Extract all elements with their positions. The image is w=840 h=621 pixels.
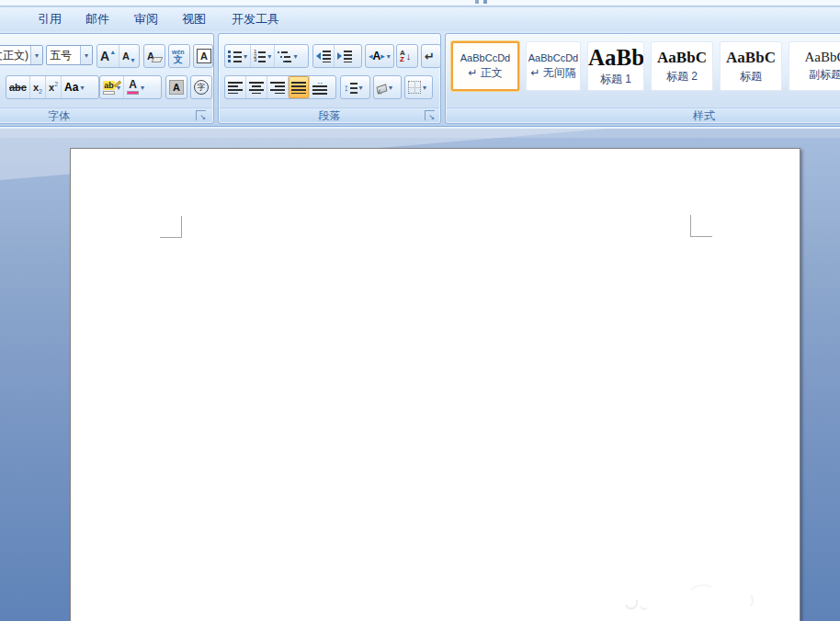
highlight-color-button[interactable]: ab ▾ bbox=[100, 76, 123, 98]
style-preview: AaBbC bbox=[657, 49, 707, 67]
decrease-indent-button[interactable] bbox=[313, 45, 334, 67]
strikethrough-icon: abc bbox=[9, 82, 27, 93]
increase-indent-button[interactable] bbox=[334, 45, 355, 67]
ribbon: 宋体 (中文正文) ▾ 五号 ▾ A▲ A▼ A bbox=[0, 31, 840, 127]
clear-formatting-button[interactable]: A bbox=[144, 45, 165, 67]
align-left-icon bbox=[228, 81, 243, 94]
align-center-button[interactable] bbox=[245, 76, 267, 98]
grow-font-icon: A bbox=[100, 50, 109, 62]
chevron-down-icon: ▾ bbox=[423, 84, 426, 92]
chevron-down-icon: ▾ bbox=[80, 84, 84, 92]
tab-view[interactable]: 视图 bbox=[182, 7, 206, 31]
shrink-arrow-icon: ▼ bbox=[130, 57, 136, 63]
style-card-subtitle[interactable]: AaBbC 副标题 bbox=[789, 41, 840, 91]
font-dialog-launcher[interactable]: ↘ bbox=[196, 110, 206, 120]
style-card-normal[interactable]: AaBbCcDd ↵ 正文 bbox=[451, 41, 519, 91]
styles-group: AaBbCcDd ↵ 正文 AaBbCcDd ↵ 无间隔 AaBb 标题 1 A… bbox=[445, 33, 840, 124]
paragraph-dialog-launcher[interactable]: ↘ bbox=[425, 110, 435, 120]
chevron-down-icon: ▾ bbox=[387, 52, 391, 61]
font-name-value: 宋体 (中文正文) bbox=[0, 46, 28, 64]
align-right-button[interactable] bbox=[267, 76, 288, 98]
tab-references[interactable]: 引用 bbox=[38, 7, 62, 31]
chevron-down-icon: ▾ bbox=[267, 52, 271, 61]
align-right-icon bbox=[270, 81, 285, 94]
style-card-no-spacing[interactable]: AaBbCcDd ↵ 无间隔 bbox=[526, 41, 581, 91]
align-left-button[interactable] bbox=[225, 76, 245, 98]
bullets-button[interactable]: ▾ bbox=[225, 45, 250, 67]
phonetic-guide-char: 文 bbox=[174, 56, 183, 63]
asian-layout-button[interactable]: ◂A▸▾ bbox=[366, 45, 393, 67]
bullets-icon bbox=[228, 51, 242, 62]
document-page[interactable] bbox=[70, 148, 800, 621]
asian-layout-icon: A bbox=[373, 50, 381, 62]
document-area bbox=[0, 129, 840, 621]
grow-font-button[interactable]: A▲ bbox=[97, 45, 119, 67]
line-spacing-button[interactable]: ↕▾ bbox=[341, 76, 366, 98]
character-shading-button[interactable]: A bbox=[166, 76, 187, 98]
font-color-button[interactable]: A ▾ bbox=[123, 76, 147, 98]
margin-mark-top-right bbox=[690, 215, 712, 237]
style-card-heading1[interactable]: AaBb 标题 1 bbox=[587, 41, 644, 91]
indent-lines-icon bbox=[344, 51, 352, 62]
tab-developer[interactable]: 开发工具 bbox=[232, 7, 279, 31]
style-preview: AaBbCcDd bbox=[528, 52, 578, 63]
font-group-label: 字体 bbox=[0, 107, 212, 122]
shrink-font-button[interactable]: A▼ bbox=[119, 45, 139, 67]
borders-button[interactable]: ▾ bbox=[405, 76, 429, 98]
style-name: 标题 bbox=[740, 69, 762, 85]
multilevel-list-button[interactable]: ▾ bbox=[274, 45, 300, 67]
numbering-icon: 1 2 3 bbox=[254, 50, 256, 62]
font-color-icon: A bbox=[129, 80, 137, 90]
character-shading-icon: A bbox=[169, 80, 184, 95]
style-card-heading2[interactable]: AaBbC 标题 2 bbox=[651, 41, 713, 91]
indent-lines-icon bbox=[323, 51, 331, 62]
font-size-combo[interactable]: 五号 ▾ bbox=[46, 45, 93, 65]
style-card-title[interactable]: AaBbC 标题 bbox=[720, 41, 782, 91]
decrease-indent-icon bbox=[316, 52, 321, 60]
style-gallery: AaBbCcDd ↵ 正文 AaBbCcDd ↵ 无间隔 AaBb 标题 1 A… bbox=[451, 41, 840, 91]
style-name: 标题 2 bbox=[666, 69, 698, 85]
show-marks-button[interactable]: ↵ bbox=[422, 45, 437, 67]
sort-arrow-icon: ↓ bbox=[406, 51, 412, 62]
superscript-digit: 2 bbox=[54, 81, 58, 87]
subscript-button[interactable]: x2 bbox=[29, 76, 45, 98]
style-name: 副标题 bbox=[809, 67, 840, 83]
chevron-down-icon[interactable]: ▾ bbox=[30, 46, 42, 64]
multilevel-list-icon bbox=[278, 51, 291, 62]
tab-mailings[interactable]: 邮件 bbox=[85, 7, 109, 31]
chevron-down-icon: ▾ bbox=[244, 52, 247, 61]
font-size-value: 五号 bbox=[50, 46, 72, 64]
distribute-button[interactable]: ↔ bbox=[309, 76, 330, 98]
enclose-characters-icon: 字 bbox=[194, 80, 209, 95]
chevron-down-icon: ▾ bbox=[141, 84, 144, 92]
chevron-down-icon: ▾ bbox=[359, 84, 363, 92]
titlebar-fragment bbox=[483, 0, 487, 4]
justify-icon bbox=[291, 81, 306, 94]
align-center-icon bbox=[249, 81, 264, 94]
superscript-button[interactable]: x2 bbox=[45, 76, 61, 98]
titlebar-fragment bbox=[475, 0, 479, 4]
tab-review[interactable]: 审阅 bbox=[134, 7, 158, 31]
phonetic-guide-button[interactable]: wén 文 bbox=[169, 45, 187, 67]
justify-button[interactable] bbox=[288, 76, 309, 98]
style-name: 标题 1 bbox=[600, 72, 631, 87]
font-color-bar bbox=[127, 91, 139, 95]
strikethrough-button[interactable]: abc bbox=[6, 76, 29, 98]
sort-button[interactable]: AZ ↓ bbox=[397, 45, 414, 67]
numbering-button[interactable]: 1 2 3▾ bbox=[250, 45, 274, 67]
change-case-button[interactable]: Aa▾ bbox=[61, 76, 86, 98]
ribbon-tab-bar: 局 引用 邮件 审阅 视图 开发工具 bbox=[0, 7, 840, 31]
margin-mark-top-left bbox=[160, 216, 182, 238]
character-border-button[interactable]: A bbox=[194, 45, 214, 67]
enclose-characters-button[interactable]: 字 bbox=[191, 76, 211, 98]
chevron-down-icon: ▾ bbox=[293, 52, 297, 61]
change-case-icon: Aa bbox=[64, 81, 78, 94]
shading-button[interactable]: ▾ bbox=[374, 76, 395, 98]
launcher-arrow-icon: ↘ bbox=[199, 114, 206, 121]
font-name-combo[interactable]: 宋体 (中文正文) ▾ bbox=[0, 45, 43, 65]
distribute-icon bbox=[312, 85, 327, 95]
paragraph-mark-icon: ↵ bbox=[425, 50, 435, 63]
increase-indent-icon bbox=[337, 52, 342, 60]
chevron-down-icon[interactable]: ▾ bbox=[80, 46, 92, 64]
shrink-font-icon: A bbox=[122, 51, 130, 62]
